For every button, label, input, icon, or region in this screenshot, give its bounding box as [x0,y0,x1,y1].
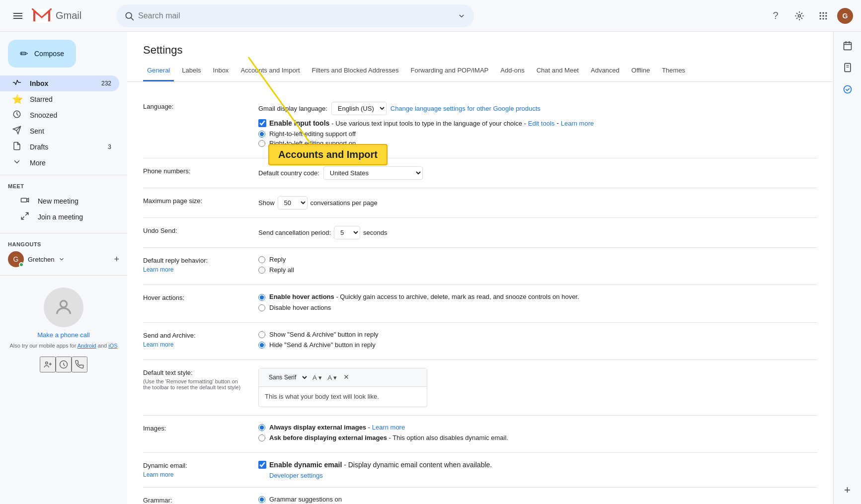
inbox-count: 232 [101,80,111,87]
ask-display-radio[interactable] [258,434,265,441]
change-language-link[interactable]: Change language settings for other Googl… [391,105,541,112]
hangouts-section: Hangouts G Gretchen + [0,237,127,271]
send-archive-label: Send and Archive: Learn more [143,331,242,348]
hangouts-user-name: Gretchen [28,256,54,263]
reply-learn-more[interactable]: Learn more [143,266,242,273]
send-archive-learn-more[interactable]: Learn more [143,341,242,348]
dynamic-email-checkbox[interactable] [258,461,266,469]
send-archive-row: Send and Archive: Learn more Show "Send … [143,323,817,360]
sidebar-item-inbox[interactable]: Inbox 232 [0,75,119,91]
topbar-right: ? G [766,6,853,26]
tab-chat[interactable]: Chat and Meet [533,61,583,81]
enable-hover-radio[interactable] [258,294,265,301]
avatar[interactable]: G [837,8,853,24]
drafts-count: 3 [108,144,111,150]
tab-general[interactable]: General [143,61,174,81]
edit-tools-link[interactable]: Edit tools [528,120,554,127]
svg-rect-28 [21,198,27,202]
tasks-icon[interactable] [838,79,858,99]
voicemail-icon[interactable] [56,357,72,372]
new-meeting-icon [20,196,30,207]
images-learn-more[interactable]: Learn more [372,424,405,431]
tab-advanced[interactable]: Advanced [587,61,624,81]
drafts-icon [12,142,22,153]
tab-inbox[interactable]: Inbox [209,61,233,81]
menu-button[interactable] [8,6,28,26]
cancellation-period-select[interactable]: 5 10 20 30 [334,226,360,239]
android-link[interactable]: Android [78,343,96,349]
reply-all-radio[interactable] [258,267,265,274]
add-contact-icon[interactable] [40,357,56,372]
reply-controls: Reply Reply all [258,256,817,277]
sidebar-item-new-meeting[interactable]: New meeting [8,193,119,209]
sidebar-item-starred[interactable]: ⭐ Starred [0,91,119,107]
topbar: Gmail ? G [0,0,861,32]
tab-filters[interactable]: Filters and Blocked Addresses [308,61,403,81]
sidebar-item-snoozed[interactable]: Snoozed [0,107,119,123]
language-select[interactable]: English (US) [331,102,387,115]
sidebar-item-join-meeting[interactable]: Join a meeting [8,209,119,225]
ask-display-label: Ask before displaying external images - … [258,434,817,441]
font-color-button[interactable]: A ▾ [326,373,339,382]
phone-cta-link[interactable]: Make a phone call [37,331,90,339]
nav-divider [0,175,127,175]
font-select[interactable]: Sans Serif [263,371,309,383]
join-meeting-icon [20,212,30,223]
page-size-select[interactable]: 50 25 100 [278,196,308,210]
grammar-on-radio[interactable] [258,496,265,503]
nav-divider-3 [0,275,127,276]
sidebar-item-more[interactable]: More [0,155,119,171]
dynamic-email-controls: Enable dynamic email - Display dynamic e… [258,461,817,479]
tab-offline[interactable]: Offline [627,61,654,81]
search-dropdown-icon[interactable] [457,11,466,20]
settings-button[interactable] [789,6,809,26]
input-tools-learn-more[interactable]: Learn more [561,120,594,127]
font-size-button[interactable]: A ▾ [311,373,324,382]
calendar-icon[interactable] [838,36,858,56]
disable-hover-label: Disable hover actions [258,304,817,311]
always-display-radio[interactable] [258,424,265,431]
bottom-sidebar-icons [36,353,91,376]
show-send-archive-radio[interactable] [258,331,265,338]
sent-icon [12,126,22,137]
enable-input-tools-checkbox[interactable] [258,119,266,127]
add-icon[interactable]: + [838,480,858,500]
sidebar-inbox-label: Inbox [30,79,93,87]
add-hangout-button[interactable]: + [114,254,119,265]
ios-link[interactable]: iOS [108,343,117,349]
reply-radio[interactable] [258,256,265,263]
dynamic-email-learn-more[interactable]: Learn more [143,471,242,478]
compose-button[interactable]: ✏ Compose [8,40,76,68]
keep-icon[interactable] [838,58,858,77]
tab-forwarding[interactable]: Forwarding and POP/IMAP [406,61,492,81]
rtl-on-radio[interactable] [258,140,265,147]
phone-avatar [44,288,83,327]
sidebar-item-sent[interactable]: Sent [0,123,119,139]
help-button[interactable]: ? [766,6,785,26]
developer-settings-link[interactable]: Developer settings [269,472,817,479]
rtl-off-radio[interactable] [258,131,265,138]
sidebar-item-drafts[interactable]: Drafts 3 [0,139,119,155]
search-input[interactable] [138,11,453,20]
reply-all-radio-label: Reply all [258,266,817,274]
language-controls: Gmail display language: English (US) Cha… [258,102,817,150]
reply-radio-label: Reply [258,256,817,263]
tab-labels[interactable]: Labels [178,61,205,81]
hangouts-user[interactable]: G Gretchen + [8,251,119,267]
country-code-select[interactable]: United States [323,166,423,180]
svg-point-30 [46,362,48,364]
remove-formatting-button[interactable] [341,372,352,383]
enable-input-tools-label: Enable input tools - Use various text in… [269,119,594,127]
disable-hover-radio[interactable] [258,304,265,311]
reply-row: Default reply behavior: Learn more Reply… [143,248,817,285]
tab-addons[interactable]: Add-ons [496,61,528,81]
phone-icon[interactable] [72,357,87,372]
hover-controls: Enable hover actions - Quickly gain acce… [258,293,817,314]
tab-accounts[interactable]: Accounts and Import [236,61,304,81]
svg-point-8 [820,12,821,13]
phone-controls: Default country code: United States [258,166,817,180]
settings-tabs: General Labels Inbox Accounts and Import… [127,61,833,82]
hide-send-archive-radio[interactable] [258,342,265,349]
tab-themes[interactable]: Themes [658,61,689,81]
apps-button[interactable] [813,6,833,26]
